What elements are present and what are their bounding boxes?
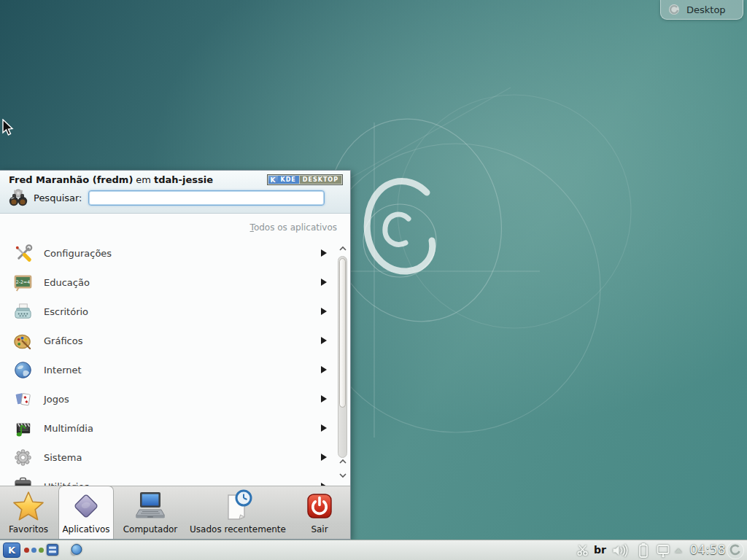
badge-kde-label: KDE [278,176,299,184]
menu-item-educacao[interactable]: 2-2=4 Educação [0,268,333,297]
kde-menu-button[interactable]: K [3,542,20,558]
cashew-icon[interactable] [727,542,744,559]
scrollbar-thumb[interactable] [339,258,346,408]
kickoff-tabbar: Favoritos Aplicativos [0,486,350,539]
activities-dots-icon[interactable] [24,548,44,553]
badge-desktop-label: DESKTOP [300,176,341,184]
scrollbar[interactable] [337,246,348,481]
user-name: Fred Maranhão (fredm) [9,174,133,185]
kickoff-launcher: Fred Maranhão (fredm) em tdah-jessie K K… [0,170,351,540]
menu-item-jogos[interactable]: Jogos [0,384,333,413]
keyboard-layout-indicator[interactable]: br [594,544,606,556]
binoculars-search-icon [7,187,29,208]
tab-label: Sair [311,524,328,534]
menu-item-utilitarios[interactable]: Utilitários [0,472,333,486]
menu-item-label: Educação [44,277,90,288]
blue-dot [31,548,36,553]
category-list: Configurações 2-2=4 Educação [0,238,333,486]
scroll-down-icon[interactable] [338,472,347,478]
menu-item-multimidia[interactable]: Multimídia [0,413,333,443]
typewriter-icon [13,302,33,322]
toolbox-icon [13,477,33,486]
desktop-widget-title: Desktop [686,4,726,15]
kickoff-header: Fred Maranhão (fredm) em tdah-jessie K K… [0,171,350,214]
tab-label: Favoritos [9,524,48,534]
gear-icon [13,448,33,467]
plasma-ball-icon[interactable] [69,543,82,556]
search-row: Pesquisar: [7,187,343,208]
chalkboard-icon: 2-2=4 [13,273,33,292]
kde-diamond-icon [69,489,104,524]
breadcrumb[interactable]: Todos os aplicativos [250,222,337,233]
recent-docs-icon [220,489,255,524]
scroll-up-icon-2[interactable] [338,459,347,464]
scrollbar-track[interactable] [338,256,347,458]
menu-item-label: Internet [44,365,82,376]
green-dot [39,548,44,553]
tab-label: Aplicativos [62,524,109,534]
mouse-cursor [2,119,15,136]
swirl-icon [668,4,680,15]
tab-label: Usados recentemente [190,524,286,534]
star-icon [11,489,46,524]
taskbar-panel: K br [0,540,747,560]
menu-item-label: Configurações [44,248,112,259]
menu-item-label: Multimídia [44,423,93,434]
submenu-arrow-icon [321,337,327,344]
expand-arrow-icon[interactable] [675,548,682,553]
menu-item-sistema[interactable]: Sistema [0,443,333,472]
submenu-arrow-icon [321,395,327,402]
menu-item-label: Sistema [44,452,82,463]
submenu-arrow-icon [321,308,327,315]
submenu-arrow-icon [321,279,327,286]
scissors-clipboard-icon[interactable] [576,544,589,557]
menu-item-internet[interactable]: Internet [0,355,333,384]
clapper-note-icon [13,419,33,438]
tab-sair[interactable]: Sair [290,486,349,539]
cashew-swirl [727,542,743,559]
menu-item-escritorio[interactable]: Escritório [0,297,333,326]
applications-view: Todos os aplicativos Configurações [0,214,350,486]
hostname: tdah-jessie [154,174,213,185]
cards-icon [13,389,33,409]
palette-icon [13,331,33,351]
submenu-arrow-icon [321,454,327,461]
kde-logo-icon: K [268,176,278,184]
scroll-up-icon[interactable] [338,246,347,252]
tab-aplicativos[interactable]: Aplicativos [58,486,114,539]
menu-item-label: Escritório [44,306,88,317]
menu-item-label: Gráficos [44,335,82,346]
drawer-icon[interactable] [46,543,59,556]
menu-item-configuracoes[interactable]: Configurações [0,238,333,268]
power-icon [302,489,337,524]
laptop-icon [133,489,168,524]
globe-icon [13,360,33,380]
search-label: Pesquisar: [34,192,82,203]
menu-item-label: Jogos [44,394,69,405]
connector-text: em [136,174,151,185]
tab-computador[interactable]: Computador [114,486,187,539]
svg-text:2-2=4: 2-2=4 [16,279,30,284]
tools-icon [13,244,33,263]
volume-icon[interactable] [611,544,629,557]
user-host-title: Fred Maranhão (fredm) em tdah-jessie K K… [7,174,343,185]
submenu-arrow-icon [321,424,327,432]
tab-usados-recentemente[interactable]: Usados recentemente [187,486,289,539]
menu-item-graficos[interactable]: Gráficos [0,326,333,355]
submenu-arrow-icon [321,249,327,257]
tab-favoritos[interactable]: Favoritos [0,486,57,539]
desktop-folder-widget[interactable]: Desktop [660,0,743,20]
display-icon[interactable] [655,544,671,558]
panel-clock[interactable]: 04:58 [686,542,729,557]
battery-icon[interactable] [638,542,649,559]
red-dot [24,548,29,553]
search-input[interactable] [88,190,325,206]
submenu-arrow-icon [321,366,327,373]
tab-label: Computador [123,524,178,534]
kde-desktop-badge: K KDE DESKTOP [267,174,344,185]
desktop-screen: Desktop Fred Maranhão (fredm) em tdah-je… [0,0,747,560]
